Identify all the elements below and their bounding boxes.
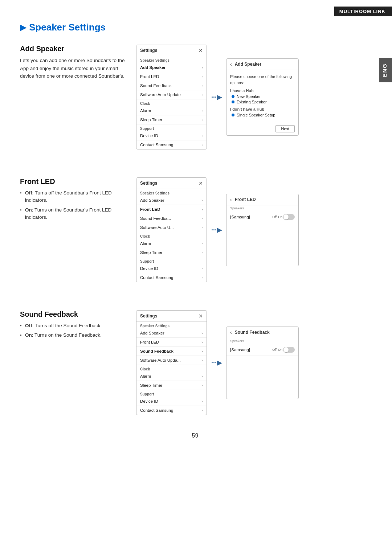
back-button-led[interactable]: ‹ bbox=[230, 197, 232, 202]
item-label: Device ID bbox=[140, 399, 158, 403]
item-label: Sleep Timer bbox=[140, 118, 162, 122]
detail-panel-front-led: ‹ Front LED Speakers [Samsung] Off On bbox=[226, 194, 299, 266]
chevron-icon: › bbox=[201, 241, 203, 246]
bullet-prefix: On bbox=[25, 207, 32, 213]
settings-item-software-auto-sf[interactable]: Software Auto Upda... › bbox=[136, 356, 207, 365]
toggle-labels-led: Off On bbox=[272, 215, 282, 219]
close-button[interactable]: ✕ bbox=[199, 313, 203, 319]
close-button[interactable]: ✕ bbox=[199, 48, 203, 53]
detail-header-sound-feedback: ‹ Sound Feedback bbox=[226, 327, 298, 338]
section-arrow: ▶ bbox=[20, 23, 26, 32]
bullet-text: : Turns off the Soundbar's Front LED ind… bbox=[25, 190, 112, 203]
detail-title-led: Front LED bbox=[235, 197, 256, 202]
settings-item-front-led[interactable]: Front LED › bbox=[136, 72, 207, 81]
settings-item-sound-feedback-active[interactable]: Sound Feedback › bbox=[136, 347, 207, 356]
chevron-icon: › bbox=[201, 383, 203, 387]
item-label: Sleep Timer bbox=[140, 383, 162, 387]
finger-icon-sound-feedback: 👆 bbox=[205, 348, 207, 356]
toggle-labels-sf: Off On bbox=[272, 348, 282, 352]
settings-group1-label-sf: Speaker Settings bbox=[136, 322, 207, 329]
option-group-no-hub: I don't have a Hub Single Speaker Setup bbox=[230, 107, 295, 117]
chevron-icon: › bbox=[201, 349, 203, 353]
settings-item-alarm[interactable]: Alarm › bbox=[136, 106, 207, 115]
settings-item-sound-feedback[interactable]: Sound Feedback › bbox=[136, 81, 207, 90]
chevron-icon: › bbox=[201, 83, 203, 88]
settings-item-software-auto-update[interactable]: Software Auto Update › bbox=[136, 90, 207, 99]
divider-1 bbox=[20, 167, 370, 167]
option-group-hub: I have a Hub New Speaker Existing Speake… bbox=[230, 89, 295, 104]
toggle-switch-led[interactable]: Off On bbox=[272, 214, 295, 220]
settings-item-device-id-led[interactable]: Device ID › bbox=[136, 264, 207, 273]
option-text: New Speaker bbox=[237, 94, 261, 99]
feature-text-sound-feedback: Sound Feedback Off: Turns off the Sound … bbox=[20, 310, 125, 341]
settings-item-device-id-sf[interactable]: Device ID › bbox=[136, 397, 207, 406]
settings-item-contact-samsung[interactable]: Contact Samsung › bbox=[136, 140, 207, 149]
settings-item-contact-samsung-led[interactable]: Contact Samsung › bbox=[136, 273, 207, 282]
option-new-speaker[interactable]: New Speaker bbox=[230, 94, 295, 99]
settings-group1-label: Speaker Settings bbox=[136, 56, 207, 63]
option-group-label: I have a Hub bbox=[230, 89, 295, 93]
radio-icon bbox=[232, 100, 234, 103]
settings-item-add-speaker-sf[interactable]: Add Speaker › bbox=[136, 329, 207, 338]
chevron-icon: › bbox=[201, 143, 203, 147]
settings-item-software-auto-led[interactable]: Software Auto U... › bbox=[136, 223, 207, 232]
settings-group3-label: Support bbox=[136, 124, 207, 131]
toggle-track-led[interactable] bbox=[283, 214, 295, 220]
settings-header-front-led: Settings ✕ bbox=[136, 178, 207, 189]
item-label: Front LED bbox=[140, 207, 160, 212]
settings-item-sleep-timer-led[interactable]: Sleep Timer › bbox=[136, 248, 207, 257]
arrow-to-detail-front-led: ···▶ bbox=[211, 226, 222, 234]
detail-header-front-led: ‹ Front LED bbox=[226, 194, 298, 205]
finger-icon-add-speaker: 👆 bbox=[205, 64, 207, 73]
toggle-track-sf[interactable] bbox=[283, 347, 295, 353]
bullet-text: : Turns off the Sound Feedback. bbox=[32, 323, 102, 328]
item-label: Device ID bbox=[140, 134, 158, 138]
feature-sound-feedback: Sound Feedback Off: Turns off the Sound … bbox=[20, 310, 370, 415]
chevron-icon: › bbox=[201, 207, 203, 212]
chevron-icon: › bbox=[201, 408, 203, 413]
language-tab: ENG bbox=[379, 58, 392, 82]
divider-2 bbox=[20, 300, 370, 300]
bullet-text: : Turns on the Sound Feedback. bbox=[32, 332, 102, 338]
option-existing-speaker[interactable]: Existing Speaker bbox=[230, 100, 295, 104]
chevron-icon: › bbox=[201, 74, 203, 79]
settings-group1-label-led: Speaker Settings bbox=[136, 189, 207, 196]
back-button[interactable]: ‹ bbox=[230, 61, 232, 67]
settings-panel-front-led: Settings ✕ Speaker Settings Add Speaker … bbox=[136, 177, 207, 282]
option-single-speaker[interactable]: Single Speaker Setup bbox=[230, 113, 295, 117]
settings-item-contact-samsung-sf[interactable]: Contact Samsung › bbox=[136, 406, 207, 415]
settings-header-add-speaker: Settings ✕ bbox=[136, 45, 207, 56]
settings-item-sound-feedback-led[interactable]: Sound Feedba... › bbox=[136, 214, 207, 223]
settings-item-sleep-timer-sf[interactable]: Sleep Timer › bbox=[136, 381, 207, 390]
settings-item-wrapper-0: Add Speaker › 👆 bbox=[136, 63, 207, 72]
toggle-knob-led bbox=[283, 214, 289, 219]
settings-item-front-led-active[interactable]: Front LED › bbox=[136, 205, 207, 214]
back-button-sf[interactable]: ‹ bbox=[230, 329, 232, 335]
detail-body-add-speaker: Please choose one of the following optio… bbox=[226, 70, 298, 122]
close-button[interactable]: ✕ bbox=[199, 180, 203, 186]
item-label: Sleep Timer bbox=[140, 250, 162, 255]
item-label: Alarm bbox=[140, 374, 151, 378]
settings-item-alarm-led[interactable]: Alarm › bbox=[136, 239, 207, 248]
settings-item-add-speaker-led[interactable]: Add Speaker › bbox=[136, 196, 207, 205]
feature-text-add-speaker: Add Speaker Lets you can add one or more… bbox=[20, 45, 125, 80]
next-button[interactable]: Next bbox=[275, 125, 295, 132]
settings-header-sound-feedback: Settings ✕ bbox=[136, 311, 207, 322]
bullets-front-led: Off: Turns off the Soundbar's Front LED … bbox=[20, 189, 125, 221]
toggle-switch-sf[interactable]: Off On bbox=[272, 347, 295, 353]
settings-item-alarm-sf[interactable]: Alarm › bbox=[136, 372, 207, 381]
option-text: Existing Speaker bbox=[237, 100, 267, 104]
settings-title: Settings bbox=[140, 313, 157, 319]
finger-icon-front-led: 👆 bbox=[205, 206, 207, 214]
settings-item-sleep-timer[interactable]: Sleep Timer › bbox=[136, 115, 207, 124]
settings-item-device-id[interactable]: Device ID › bbox=[136, 131, 207, 140]
chevron-icon: › bbox=[201, 358, 203, 362]
arrow-to-detail-sound-feedback: ···▶ bbox=[211, 359, 222, 367]
detail-panel-sound-feedback: ‹ Sound Feedback Speakers [Samsung] Off … bbox=[226, 327, 299, 399]
settings-item-add-speaker[interactable]: Add Speaker › bbox=[136, 63, 207, 72]
feature-heading-front-led: Front LED bbox=[20, 177, 125, 186]
settings-item-front-led-sf[interactable]: Front LED › bbox=[136, 338, 207, 347]
on-label: On bbox=[278, 348, 282, 352]
feature-add-speaker: Add Speaker Lets you can add one or more… bbox=[20, 45, 370, 149]
device-name-led: [Samsung] bbox=[230, 215, 250, 219]
